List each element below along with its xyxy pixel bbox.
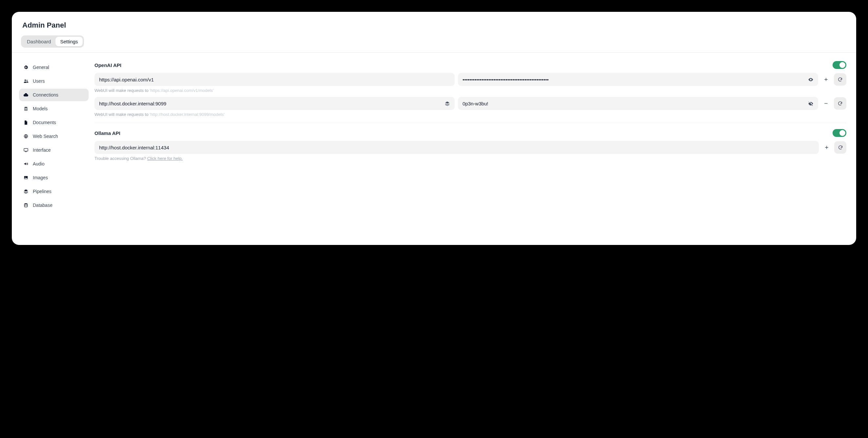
ollama-url-input[interactable] — [99, 145, 814, 150]
sidebar-item-interface[interactable]: Interface — [19, 144, 89, 156]
sidebar-item-label: General — [33, 65, 49, 70]
sidebar-item-models[interactable]: Models — [19, 103, 89, 115]
openai-connection-row — [94, 73, 846, 86]
sidebar-item-documents[interactable]: Documents — [19, 116, 89, 129]
sync-connection-button[interactable] — [834, 97, 846, 110]
remove-connection-button[interactable] — [822, 99, 831, 108]
add-connection-button[interactable] — [822, 143, 831, 152]
openai-url-input[interactable] — [99, 77, 450, 82]
add-connection-button[interactable] — [822, 75, 831, 84]
section-title-ollama: Ollama API — [94, 130, 120, 136]
openai-key-input-wrap[interactable] — [458, 97, 818, 110]
main-content: OpenAI API — [94, 61, 851, 211]
eye-icon[interactable] — [808, 77, 813, 82]
sidebar-item-label: Interface — [33, 147, 51, 153]
openai-key-input[interactable] — [463, 101, 804, 106]
toggle-ollama[interactable] — [833, 129, 846, 137]
admin-panel-window: Admin Panel Dashboard Settings General U… — [12, 12, 856, 245]
sidebar-item-label: Models — [33, 106, 48, 111]
eye-off-icon[interactable] — [808, 100, 813, 106]
sidebar-item-label: Pipelines — [33, 189, 52, 194]
hint-prefix: WebUI will make requests to — [94, 88, 150, 93]
users-icon — [23, 78, 29, 84]
svg-point-0 — [25, 80, 26, 81]
sidebar-item-users[interactable]: Users — [19, 75, 89, 87]
svg-point-6 — [25, 177, 26, 178]
sidebar-item-images[interactable]: Images — [19, 171, 89, 184]
hint-prefix: WebUI will make requests to — [94, 112, 150, 117]
toggle-openai[interactable] — [833, 61, 846, 69]
sidebar-item-label: Web Search — [33, 134, 58, 139]
section-ollama: Ollama API Trouble accessing Ollama? C — [94, 129, 846, 161]
hint-path: 'http://host.docker.internal:9099/models… — [150, 112, 224, 117]
section-title-openai: OpenAI API — [94, 62, 121, 68]
sync-connection-button[interactable] — [834, 73, 846, 86]
ollama-help: Trouble accessing Ollama? Click here for… — [94, 156, 846, 161]
sidebar-item-database[interactable]: Database — [19, 199, 89, 211]
sidebar-item-connections[interactable]: Connections — [19, 89, 89, 101]
openai-hint: WebUI will make requests to 'https://api… — [94, 88, 846, 93]
layers-icon[interactable] — [444, 100, 450, 106]
ollama-connection-row — [94, 141, 846, 154]
speaker-icon — [23, 161, 29, 167]
page-title: Admin Panel — [17, 21, 851, 30]
document-icon — [23, 119, 29, 125]
gear-icon — [23, 64, 29, 70]
sidebar-item-label: Users — [33, 79, 45, 84]
sidebar-item-general[interactable]: General — [19, 61, 89, 74]
sidebar-item-label: Audio — [33, 161, 44, 167]
tab-settings[interactable]: Settings — [56, 37, 82, 46]
svg-rect-4 — [24, 148, 28, 151]
sidebar: General Users Connections Models — [19, 61, 89, 211]
sidebar-item-label: Documents — [33, 120, 56, 125]
monitor-icon — [23, 147, 29, 153]
sidebar-item-web-search[interactable]: Web Search — [19, 130, 89, 143]
globe-icon — [23, 133, 29, 139]
tab-dashboard[interactable]: Dashboard — [22, 37, 56, 46]
stack-icon — [23, 106, 29, 112]
layers-icon — [23, 188, 29, 194]
openai-url-input[interactable] — [99, 101, 441, 106]
svg-point-1 — [27, 80, 28, 81]
image-icon — [23, 175, 29, 181]
openai-key-input-wrap[interactable] — [458, 73, 818, 86]
sidebar-item-pipelines[interactable]: Pipelines — [19, 185, 89, 198]
sidebar-item-audio[interactable]: Audio — [19, 157, 89, 170]
ollama-help-link[interactable]: Click here for help. — [147, 156, 183, 161]
ollama-url-input-wrap[interactable] — [94, 141, 819, 154]
cloud-icon — [23, 92, 29, 98]
openai-hint: WebUI will make requests to 'http://host… — [94, 112, 846, 117]
hint-path: 'https://api.openai.com/v1/models' — [150, 88, 214, 93]
database-icon — [23, 202, 29, 208]
section-openai: OpenAI API — [94, 61, 846, 123]
svg-point-2 — [24, 107, 27, 108]
openai-url-input-wrap[interactable] — [94, 73, 455, 86]
openai-url-input-wrap[interactable] — [94, 97, 455, 110]
sidebar-item-label: Images — [33, 175, 48, 180]
sync-connection-button[interactable] — [834, 141, 846, 154]
svg-point-7 — [24, 203, 27, 204]
help-prefix: Trouble accessing Ollama? — [94, 156, 147, 161]
openai-connection-row — [94, 97, 846, 110]
sidebar-item-label: Connections — [33, 92, 58, 97]
tab-bar: Dashboard Settings — [21, 35, 84, 48]
openai-key-input[interactable] — [463, 77, 804, 82]
sidebar-item-label: Database — [33, 203, 53, 208]
